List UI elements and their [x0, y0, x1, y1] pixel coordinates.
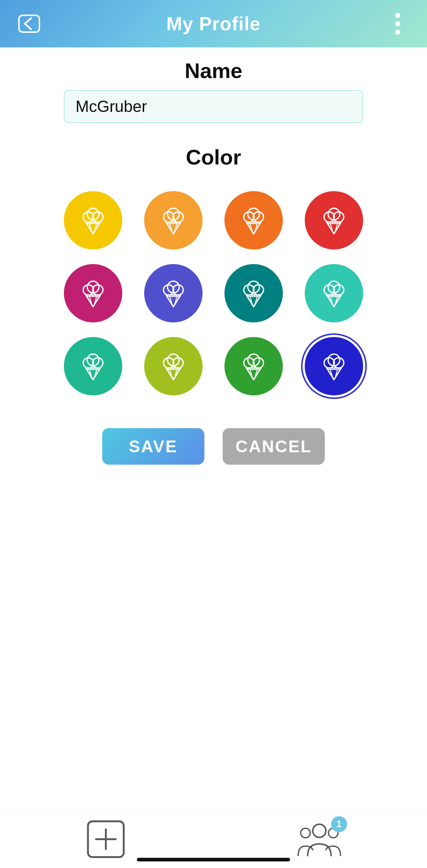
dot-1	[395, 13, 400, 18]
color-option-green-teal[interactable]	[64, 337, 122, 395]
ice-cream-icon	[77, 277, 109, 310]
color-option-green[interactable]	[224, 337, 283, 395]
group-badge: 1	[331, 816, 347, 832]
color-option-lime[interactable]	[144, 337, 203, 395]
nav-add-button[interactable]	[86, 819, 126, 859]
nav-group-button[interactable]: 1	[297, 819, 341, 859]
ice-cream-icon	[77, 350, 109, 383]
ice-cream-icon	[318, 277, 350, 310]
color-section-title: Color	[186, 145, 241, 169]
color-option-orange[interactable]	[224, 191, 283, 249]
ice-cream-icon	[157, 204, 190, 237]
svg-point-88	[313, 824, 326, 837]
back-button[interactable]	[15, 9, 44, 38]
color-option-blue[interactable]	[305, 337, 363, 395]
color-option-purple[interactable]	[144, 264, 203, 322]
ice-cream-icon	[157, 277, 190, 310]
color-option-teal-light[interactable]	[305, 264, 363, 322]
ice-cream-icon	[237, 350, 270, 383]
svg-rect-0	[19, 15, 39, 32]
ice-cream-icon	[77, 204, 109, 237]
back-icon	[18, 15, 40, 33]
home-bar	[137, 858, 290, 861]
ice-cream-icon	[237, 204, 270, 237]
color-option-orange-lt[interactable]	[144, 191, 203, 249]
color-grid	[64, 191, 363, 395]
dot-2	[395, 21, 400, 26]
cancel-button[interactable]: CANCEL	[223, 428, 325, 465]
dot-3	[395, 30, 400, 35]
name-section-title: Name	[185, 58, 242, 83]
more-options-button[interactable]	[383, 9, 412, 38]
color-option-yellow[interactable]	[64, 191, 122, 249]
color-option-magenta[interactable]	[64, 264, 122, 322]
svg-point-89	[301, 828, 310, 838]
ice-cream-icon	[318, 204, 350, 237]
color-section: Color	[0, 145, 427, 395]
name-input[interactable]	[64, 90, 363, 123]
page-title: My Profile	[166, 13, 261, 35]
ice-cream-icon	[157, 350, 190, 383]
name-section: Name	[0, 58, 427, 123]
add-icon	[86, 819, 126, 859]
ice-cream-icon	[318, 350, 350, 383]
action-buttons: SAVE CANCEL	[0, 428, 427, 465]
save-button[interactable]: SAVE	[102, 428, 204, 465]
ice-cream-icon	[237, 277, 270, 310]
color-option-red[interactable]	[305, 191, 363, 249]
color-option-teal-dark[interactable]	[224, 264, 283, 322]
header: My Profile	[0, 0, 427, 47]
